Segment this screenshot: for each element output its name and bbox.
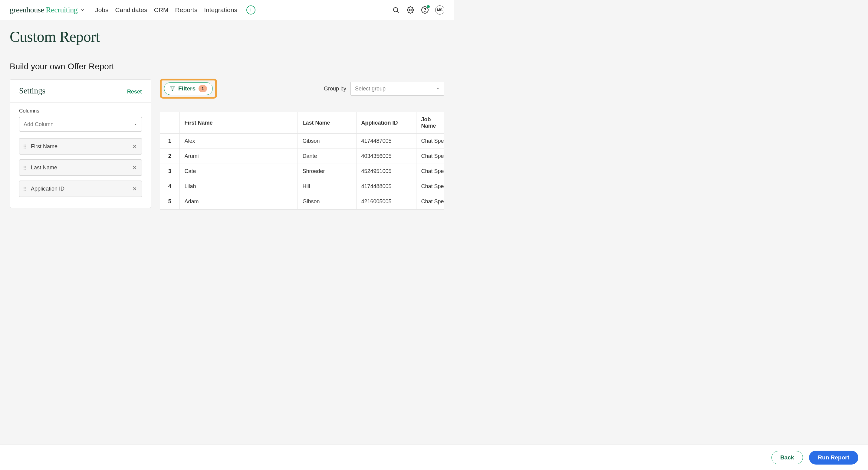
nav-candidates[interactable]: Candidates	[115, 6, 147, 13]
cell-application-id: 4524951005	[356, 164, 416, 179]
svg-marker-7	[135, 124, 136, 125]
cell-application-id: 4216005005	[356, 194, 416, 209]
col-header-job[interactable]: Job Name	[416, 112, 444, 134]
filters-button[interactable]: Filters 1	[164, 82, 213, 95]
nav-crm[interactable]: CRM	[154, 6, 168, 13]
logo-word-1: greenhouse	[10, 5, 44, 14]
col-header-app[interactable]: Application ID	[356, 112, 416, 134]
caret-down-icon	[436, 87, 440, 91]
cell-row-number: 1	[160, 134, 180, 149]
filters-label: Filters	[178, 85, 195, 92]
cell-row-number: 3	[160, 164, 180, 179]
report-table: First Name Last Name Application ID Job …	[160, 112, 444, 210]
cell-first-name: Adam	[180, 194, 298, 209]
cell-job-name: Chat Spe	[416, 134, 444, 149]
page-subtitle: Build your own Offer Report	[10, 62, 444, 71]
svg-point-2	[394, 7, 398, 12]
cell-last-name: Gibson	[298, 194, 356, 209]
groupby-placeholder: Select group	[355, 86, 385, 92]
table-row[interactable]: 3CateShroeder4524951005Chat Spe	[160, 164, 444, 179]
drag-handle-icon[interactable]	[24, 144, 26, 148]
cell-application-id: 4034356005	[356, 149, 416, 164]
logo-word-2: Recruiting	[46, 5, 78, 14]
table-row[interactable]: 2ArumiDante4034356005Chat Spe	[160, 149, 444, 164]
column-chip-label: Application ID	[31, 186, 64, 192]
cell-row-number: 5	[160, 194, 180, 209]
cell-job-name: Chat Spe	[416, 149, 444, 164]
close-icon[interactable]	[132, 186, 137, 192]
table-header-row: First Name Last Name Application ID Job …	[160, 112, 444, 134]
gear-icon[interactable]	[406, 6, 415, 14]
groupby-select[interactable]: Select group	[350, 82, 444, 96]
report-preview: Filters 1 Group by Select group	[160, 79, 444, 210]
cell-last-name: Dante	[298, 149, 356, 164]
plus-icon	[248, 7, 253, 12]
page-title: Custom Report	[10, 28, 444, 45]
cell-last-name: Gibson	[298, 134, 356, 149]
app-header: greenhouse Recruiting Jobs Candidates CR…	[0, 0, 454, 20]
column-chip-label: Last Name	[31, 165, 57, 171]
cell-first-name: Cate	[180, 164, 298, 179]
nav-integrations[interactable]: Integrations	[204, 6, 237, 13]
add-column-placeholder: Add Column	[24, 121, 54, 128]
filters-highlight: Filters 1	[160, 79, 217, 99]
reset-link[interactable]: Reset	[127, 89, 142, 95]
top-nav: Jobs Candidates CRM Reports Integrations	[95, 6, 237, 13]
filters-count-badge: 1	[198, 85, 207, 92]
svg-marker-14	[170, 87, 175, 91]
cell-last-name: Shroeder	[298, 164, 356, 179]
notification-dot	[427, 5, 430, 8]
cell-application-id: 4174487005	[356, 134, 416, 149]
close-icon[interactable]	[132, 165, 137, 170]
cell-row-number: 2	[160, 149, 180, 164]
groupby-label: Group by	[324, 86, 346, 92]
logo[interactable]: greenhouse Recruiting	[10, 5, 85, 14]
help-icon[interactable]	[421, 6, 429, 14]
caret-down-icon	[134, 123, 137, 126]
column-chip[interactable]: Application ID	[19, 180, 142, 197]
col-header-first[interactable]: First Name	[180, 112, 298, 134]
table-row[interactable]: 4LilahHill4174488005Chat Spe	[160, 179, 444, 194]
col-header-last[interactable]: Last Name	[298, 112, 356, 134]
cell-last-name: Hill	[298, 179, 356, 194]
groupby-wrap: Group by Select group	[324, 82, 444, 96]
avatar[interactable]: MS	[435, 5, 444, 14]
table-row[interactable]: 1AlexGibson4174487005Chat Spe	[160, 134, 444, 149]
column-chip[interactable]: Last Name	[19, 159, 142, 176]
filter-icon	[170, 86, 175, 91]
cell-job-name: Chat Spe	[416, 164, 444, 179]
nav-jobs[interactable]: Jobs	[95, 6, 108, 13]
columns-label: Columns	[19, 108, 142, 114]
column-chip-label: First Name	[31, 143, 58, 150]
svg-point-4	[409, 9, 411, 11]
col-header-num	[160, 112, 180, 134]
cell-application-id: 4174488005	[356, 179, 416, 194]
chevron-down-icon[interactable]	[80, 7, 85, 12]
cell-job-name: Chat Spe	[416, 179, 444, 194]
nav-reports[interactable]: Reports	[175, 6, 198, 13]
cell-first-name: Arumi	[180, 149, 298, 164]
drag-handle-icon[interactable]	[24, 187, 26, 191]
svg-line-3	[397, 11, 399, 13]
table-row[interactable]: 5AdamGibson4216005005Chat Spe	[160, 194, 444, 209]
svg-point-6	[425, 11, 425, 12]
add-button[interactable]	[246, 5, 255, 14]
cell-job-name: Chat Spe	[416, 194, 444, 209]
header-right: MS	[392, 5, 444, 14]
settings-panel: Settings Reset Columns Add Column First …	[10, 79, 151, 208]
column-chip[interactable]: First Name	[19, 138, 142, 155]
drag-handle-icon[interactable]	[24, 166, 26, 170]
close-icon[interactable]	[132, 144, 137, 149]
main-content: Custom Report Build your own Offer Repor…	[0, 20, 454, 210]
cell-row-number: 4	[160, 179, 180, 194]
cell-first-name: Alex	[180, 134, 298, 149]
search-icon[interactable]	[392, 6, 400, 14]
add-column-select[interactable]: Add Column	[19, 117, 142, 132]
settings-heading: Settings	[19, 86, 45, 96]
svg-marker-15	[437, 88, 439, 90]
cell-first-name: Lilah	[180, 179, 298, 194]
